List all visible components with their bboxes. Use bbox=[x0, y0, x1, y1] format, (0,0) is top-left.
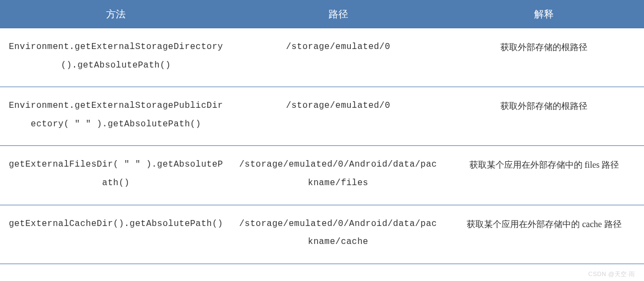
table-row: Environment.getExternalStoragePublicDire… bbox=[0, 87, 644, 146]
cell-method: getExternalCacheDir().getAbsolutePath() bbox=[0, 205, 232, 264]
table-row: getExternalFilesDir( " " ).getAbsolutePa… bbox=[0, 146, 644, 205]
cell-desc: 获取某个应用在外部存储中的 cache 路径 bbox=[444, 205, 644, 264]
col-path: 路径 bbox=[232, 0, 444, 28]
col-desc: 解释 bbox=[444, 0, 644, 28]
cell-path: /storage/emulated/0/Android/data/packnam… bbox=[232, 146, 444, 205]
cell-method: Environment.getExternalStoragePublicDire… bbox=[0, 87, 232, 146]
cell-method: Environment.getExternalStorageDirectory(… bbox=[0, 28, 232, 87]
cell-path: /storage/emulated/0/Android/data/packnam… bbox=[232, 205, 444, 264]
cell-desc: 获取某个应用在外部存储中的 files 路径 bbox=[444, 146, 644, 205]
cell-path: /storage/emulated/0 bbox=[232, 28, 444, 87]
col-method: 方法 bbox=[0, 0, 232, 28]
cell-method: getExternalFilesDir( " " ).getAbsolutePa… bbox=[0, 146, 232, 205]
table-body: Environment.getExternalStorageDirectory(… bbox=[0, 28, 644, 264]
table-row: Environment.getExternalStorageDirectory(… bbox=[0, 28, 644, 87]
cell-desc: 获取外部存储的根路径 bbox=[444, 87, 644, 146]
cell-desc: 获取外部存储的根路径 bbox=[444, 28, 644, 87]
storage-paths-table: 方法 路径 解释 Environment.getExternalStorageD… bbox=[0, 0, 644, 264]
table: 方法 路径 解释 Environment.getExternalStorageD… bbox=[0, 0, 644, 264]
table-row: getExternalCacheDir().getAbsolutePath() … bbox=[0, 205, 644, 264]
header-row: 方法 路径 解释 bbox=[0, 0, 644, 28]
table-header: 方法 路径 解释 bbox=[0, 0, 644, 28]
cell-path: /storage/emulated/0 bbox=[232, 87, 444, 146]
